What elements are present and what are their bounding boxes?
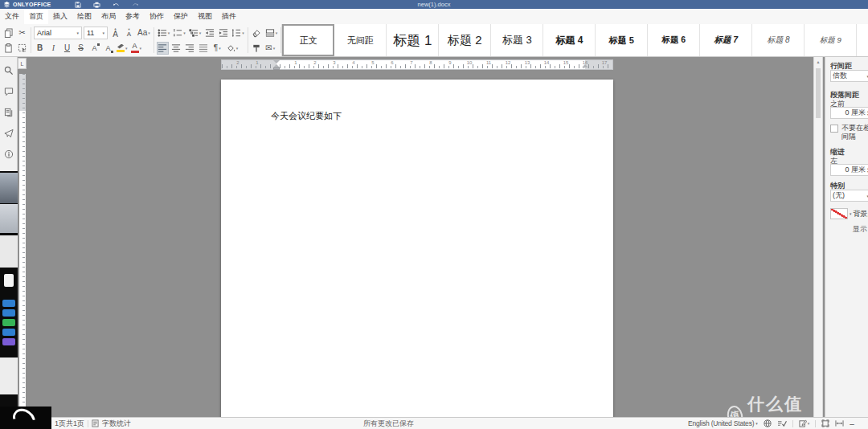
undo-button[interactable] [113, 2, 120, 8]
copy-button[interactable] [2, 27, 14, 39]
document-text[interactable]: 今天会议纪要如下 [271, 110, 342, 122]
strikethrough-button[interactable]: S [75, 42, 87, 55]
scroll-up-button[interactable]: ▲ [814, 57, 822, 67]
decrease-font-size-button[interactable]: ▼A [123, 27, 135, 39]
background-color-swatch[interactable] [830, 208, 848, 219]
increase-indent-button[interactable] [217, 27, 229, 39]
right-indent-marker[interactable] [582, 64, 588, 67]
align-right-button[interactable] [184, 42, 196, 55]
word-count-button[interactable]: 字数统计 [102, 419, 131, 429]
underline-button[interactable]: U [61, 42, 73, 55]
document-language-selector[interactable]: English (United States) ▾ [688, 419, 758, 427]
ruler-number: 13 [522, 60, 532, 65]
increase-font-size-button[interactable]: ▲A [109, 27, 121, 39]
numbered-list-button[interactable] [172, 27, 186, 39]
clear-style-button[interactable] [251, 27, 263, 39]
font-name-select[interactable]: Arial▾ [34, 27, 82, 39]
ruler-number: 10 [465, 60, 474, 65]
align-center-button[interactable] [170, 42, 182, 55]
page-number-indicator[interactable]: 1页共1页 [55, 419, 84, 429]
indent-left-spinner[interactable]: 0 厘米 ▴▾ [830, 164, 868, 176]
superscript-button[interactable]: A [88, 42, 100, 55]
vertical-scrollbar[interactable]: ▲ [813, 57, 823, 417]
decrease-indent-button[interactable] [203, 27, 215, 39]
print-button[interactable] [93, 2, 100, 8]
tab-references[interactable]: 参考 [121, 9, 145, 24]
change-case-button[interactable]: Aa [137, 27, 151, 39]
style-heading6[interactable]: 标题 6 [648, 24, 700, 56]
tab-view[interactable]: 视图 [193, 9, 217, 24]
copy-style-button[interactable] [251, 42, 263, 55]
ruler-number: 1 [252, 60, 262, 65]
tab-file[interactable]: 文件 [0, 9, 24, 24]
first-line-indent-marker[interactable] [273, 60, 280, 63]
no-space-between-paragraphs-checkbox[interactable]: 不要在相同样 间隔 [830, 124, 868, 141]
multilevel-list-button[interactable] [188, 27, 203, 39]
highlight-color-button[interactable] [116, 42, 129, 55]
onlyoffice-logo-icon [3, 1, 10, 8]
vertical-ruler[interactable] [19, 74, 26, 417]
style-heading2[interactable]: 标题 2 [439, 24, 491, 56]
paragraph-shading-button[interactable] [225, 42, 240, 55]
bullet-list-button[interactable] [157, 27, 171, 39]
background-window-strip [0, 171, 18, 417]
track-changes-icon[interactable] [799, 419, 810, 427]
left-indent-marker[interactable] [273, 67, 280, 70]
paste-button[interactable] [2, 42, 14, 55]
line-spacing-select[interactable]: 倍数▾ [830, 70, 868, 82]
spacing-before-spinner[interactable]: 0 厘米 ▴▾ [830, 107, 868, 119]
style-heading4[interactable]: 标题 4 [543, 24, 596, 56]
style-heading3[interactable]: 标题 3 [491, 24, 543, 56]
search-icon[interactable] [4, 66, 14, 76]
style-heading1[interactable]: 标题 1 [387, 24, 439, 56]
align-left-button[interactable] [157, 42, 169, 55]
checkbox-icon[interactable] [830, 125, 838, 133]
tab-plugins[interactable]: 插件 [217, 9, 241, 24]
tab-stop-selector[interactable]: L [18, 58, 27, 69]
cut-icon[interactable]: ✂ [16, 27, 28, 39]
about-icon[interactable] [4, 149, 14, 159]
tab-collaboration[interactable]: 协作 [145, 9, 169, 24]
save-button[interactable] [75, 2, 81, 8]
style-heading9[interactable]: 标题 9 [805, 24, 857, 56]
font-color-button[interactable]: A [130, 42, 143, 55]
tab-protection[interactable]: 保护 [169, 9, 193, 24]
navigation-icon[interactable] [4, 108, 14, 117]
ruler-number: 3 [330, 60, 339, 65]
tab-draw[interactable]: 绘图 [72, 9, 96, 24]
tab-home[interactable]: 首页 [24, 9, 48, 24]
spell-checking-icon[interactable] [777, 419, 787, 427]
italic-button[interactable]: I [47, 42, 59, 55]
document-page[interactable]: 今天会议纪要如下 [221, 80, 613, 417]
scrollbar-thumb[interactable] [816, 68, 821, 118]
style-heading5[interactable]: 标题 5 [596, 24, 648, 56]
fit-width-icon[interactable] [835, 419, 844, 427]
align-justify-button[interactable] [198, 42, 210, 55]
select-all-button[interactable] [16, 42, 28, 55]
font-size-select[interactable]: 11▾ [84, 27, 108, 39]
special-indent-select[interactable]: (无)▾ [830, 190, 868, 202]
nonprinting-characters-button[interactable]: ¶ [211, 42, 223, 55]
show-advanced-settings-link[interactable]: 显示 [853, 224, 867, 235]
ruler-number: 15 [561, 60, 571, 65]
word-count-icon[interactable] [92, 419, 99, 427]
tab-layout[interactable]: 布局 [96, 9, 121, 24]
status-bar: 1页共1页 字数统计 所有更改已保存 English (United State… [0, 417, 868, 429]
style-heading7[interactable]: 标题 7 [700, 24, 752, 56]
table-shading-button[interactable] [264, 27, 279, 39]
style-normal[interactable]: 正文 [282, 24, 334, 56]
comments-icon[interactable] [4, 87, 14, 96]
line-spacing-button[interactable] [231, 27, 245, 39]
redo-button[interactable] [132, 2, 139, 8]
subscript-button[interactable]: A [102, 42, 114, 55]
tab-insert[interactable]: 插入 [48, 9, 72, 24]
zoom-out-button[interactable]: – [850, 419, 854, 428]
style-heading8[interactable]: 标题 8 [752, 24, 805, 56]
bold-button[interactable]: B [34, 42, 46, 55]
style-no-spacing[interactable]: 无间距 [334, 24, 387, 56]
feedback-support-icon[interactable] [4, 129, 14, 138]
horizontal-ruler[interactable]: 211234567891011121314151617 [221, 59, 613, 70]
set-language-globe-icon[interactable] [764, 419, 772, 427]
fit-page-icon[interactable] [821, 419, 829, 427]
mail-merge-button[interactable]: ✉ [264, 42, 276, 55]
